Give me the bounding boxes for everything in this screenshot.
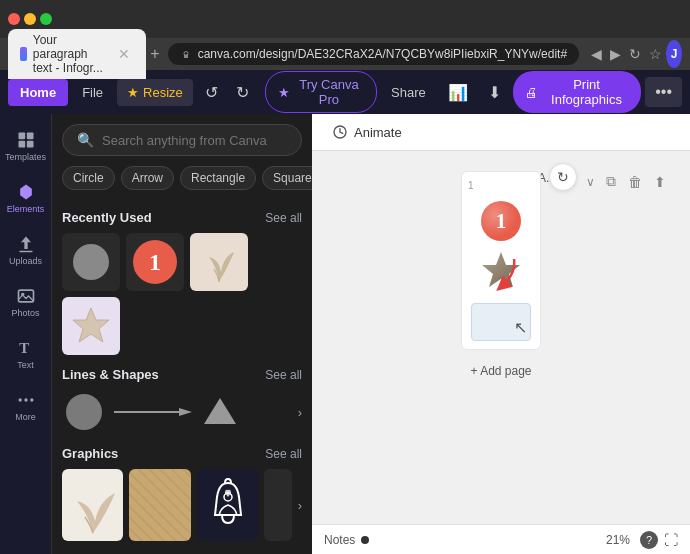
- animate-button[interactable]: Animate: [324, 120, 410, 144]
- svg-point-17: [73, 244, 109, 280]
- resize-button[interactable]: ★ Resize: [117, 79, 193, 106]
- shape-triangle[interactable]: [202, 394, 238, 430]
- red-arrow-icon: [474, 254, 524, 294]
- recently-used-see-all[interactable]: See all: [265, 211, 302, 225]
- more-label: More: [15, 412, 36, 422]
- sidebar-item-photos[interactable]: Photos: [2, 278, 50, 326]
- try-canva-icon: ★: [278, 85, 290, 100]
- page-thumbnail[interactable]: 1 1: [461, 171, 541, 350]
- graphic-item-bell[interactable]: [197, 469, 258, 541]
- lines-shapes-see-all[interactable]: See all: [265, 368, 302, 382]
- undo-button[interactable]: ↺: [197, 77, 226, 108]
- recently-used-circle[interactable]: [62, 233, 120, 291]
- sidebar-item-more[interactable]: More: [2, 382, 50, 430]
- svg-text:T: T: [19, 340, 29, 356]
- graphics-see-all[interactable]: See all: [265, 447, 302, 461]
- recently-used-header: Recently Used See all: [62, 210, 302, 225]
- browser-forward-button[interactable]: ▶: [606, 44, 625, 64]
- svg-rect-10: [19, 251, 32, 253]
- user-avatar[interactable]: J: [666, 40, 682, 68]
- fullscreen-button[interactable]: ⛶: [664, 532, 678, 548]
- recently-used-title: Recently Used: [62, 210, 152, 225]
- shape-line-arrow[interactable]: [114, 402, 194, 422]
- graphics-header: Graphics See all: [62, 446, 302, 461]
- animate-icon: [332, 124, 348, 140]
- zoom-level: 21%: [606, 533, 630, 547]
- recently-used-number-badge[interactable]: 1: [126, 233, 184, 291]
- search-field[interactable]: [102, 133, 287, 148]
- page-nav-down-button[interactable]: ∨: [583, 171, 598, 192]
- notes-dot: [361, 536, 369, 544]
- file-button[interactable]: File: [72, 79, 113, 106]
- duplicate-page-button[interactable]: ⧉: [602, 171, 620, 192]
- address-bar[interactable]: canva.com/design/DAE32CRaX2A/N7QCBYw8iPI…: [168, 43, 580, 65]
- active-tab[interactable]: Your paragraph text - Infogr... ✕: [8, 29, 146, 79]
- svg-rect-11: [18, 290, 33, 302]
- lines-shapes-header: Lines & Shapes See all: [62, 367, 302, 382]
- refresh-button[interactable]: ↻: [549, 163, 577, 191]
- svg-marker-9: [20, 185, 32, 200]
- graphic-item-plant[interactable]: [62, 469, 123, 541]
- lock-icon: [180, 48, 192, 60]
- maximize-icon[interactable]: [40, 13, 52, 25]
- home-button[interactable]: Home: [8, 79, 68, 106]
- shape-circle[interactable]: [62, 390, 106, 434]
- svg-point-15: [24, 398, 27, 401]
- browser-window-controls: [8, 13, 52, 25]
- help-button[interactable]: ?: [640, 531, 658, 549]
- chip-circle[interactable]: Circle: [62, 166, 115, 190]
- shapes-row: ›: [62, 390, 302, 434]
- delete-page-button[interactable]: 🗑: [624, 171, 646, 192]
- search-input-wrapper[interactable]: 🔍: [62, 124, 302, 156]
- print-icon: 🖨: [525, 85, 538, 100]
- undo-redo-controls: ↺ ↻: [197, 77, 257, 108]
- panel-scroll: Recently Used See all 1: [52, 198, 312, 554]
- sidebar-item-text[interactable]: T Text: [2, 330, 50, 378]
- graphic-item-texture[interactable]: [129, 469, 190, 541]
- share-page-button[interactable]: ⬆: [650, 171, 670, 192]
- close-icon[interactable]: [8, 13, 20, 25]
- sidebar-item-elements[interactable]: Elements: [2, 174, 50, 222]
- add-page-button[interactable]: + Add page: [461, 358, 541, 384]
- new-tab-button[interactable]: +: [150, 45, 159, 63]
- chip-square[interactable]: Square: [262, 166, 312, 190]
- star-icon: [69, 304, 113, 348]
- notes-button[interactable]: Notes: [324, 533, 369, 547]
- stats-button[interactable]: 📊: [440, 77, 476, 108]
- search-bar: 🔍: [52, 114, 312, 166]
- uploads-label: Uploads: [9, 256, 42, 266]
- number-badge-element[interactable]: 1: [481, 201, 521, 241]
- svg-rect-7: [18, 141, 25, 148]
- more-options-button[interactable]: •••: [645, 77, 682, 107]
- download-button[interactable]: ⬇: [480, 77, 509, 108]
- browser-star-button[interactable]: ☆: [645, 44, 666, 64]
- svg-marker-21: [179, 408, 192, 416]
- chip-arrow[interactable]: Arrow: [121, 166, 174, 190]
- photos-label: Photos: [11, 308, 39, 318]
- tab-close-button[interactable]: ✕: [114, 44, 134, 64]
- try-canva-pro-button[interactable]: ★ Try Canva Pro: [265, 71, 377, 113]
- bottom-bar: Notes 21% ? ⛶: [312, 524, 690, 554]
- left-panel: 🔍 Circle Arrow Rectangle Square › Recent…: [52, 114, 312, 554]
- minimize-icon[interactable]: [24, 13, 36, 25]
- recently-used-plant[interactable]: [190, 233, 248, 291]
- print-infographics-button[interactable]: 🖨 Print Infographics: [513, 71, 641, 113]
- graphics-scroll-arrow[interactable]: ›: [298, 498, 302, 513]
- graphic-item-dark[interactable]: [264, 469, 291, 541]
- share-button[interactable]: Share: [381, 79, 436, 106]
- photos-icon: [16, 286, 36, 306]
- shapes-scroll-arrow[interactable]: ›: [298, 405, 302, 420]
- svg-rect-8: [26, 141, 33, 148]
- sidebar-item-templates[interactable]: Templates: [2, 122, 50, 170]
- sidebar-item-uploads[interactable]: Uploads: [2, 226, 50, 274]
- selected-element-box[interactable]: ↖: [471, 303, 531, 341]
- chip-rectangle[interactable]: Rectangle: [180, 166, 256, 190]
- main-layout: Templates Elements Uploads Photos T Text…: [0, 114, 690, 554]
- browser-refresh-button[interactable]: ↻: [625, 44, 645, 64]
- search-icon: 🔍: [77, 132, 94, 148]
- sidebar-icons: Templates Elements Uploads Photos T Text…: [0, 114, 52, 554]
- canvas-container: Page 2 - A... ∧ ∨ ⧉ 🗑 ⬆ ↻ 1 1: [312, 151, 690, 524]
- redo-button[interactable]: ↻: [228, 77, 257, 108]
- browser-back-button[interactable]: ◀: [587, 44, 606, 64]
- recently-used-star[interactable]: [62, 297, 120, 355]
